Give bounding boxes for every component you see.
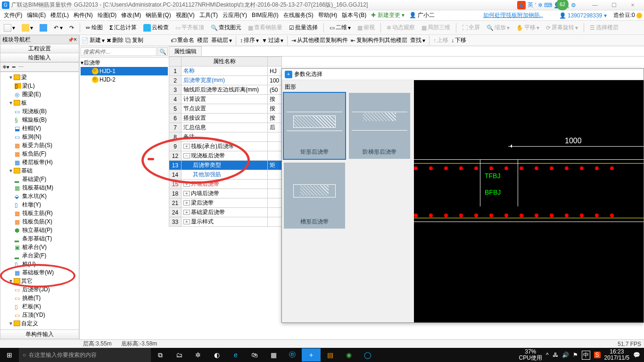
menu-version[interactable]: 版本号(B): [340, 10, 368, 20]
select-layer-button[interactable]: ☰ 选择楼层: [588, 23, 620, 33]
local3d-button[interactable]: ▦ 局部三维: [420, 23, 452, 33]
new-button[interactable]: ▾: [2, 23, 17, 33]
view-mode-combo[interactable]: ▭ 二维 ▾: [328, 23, 353, 33]
close-nav-icon[interactable]: [74, 36, 77, 43]
sort-button[interactable]: ↕排序▾: [240, 36, 259, 44]
windows-taskbar: ⊞ ○ 在这里输入你要搜索的内容 ⧉ 🗂 ✲ ◐ e 🛍 ▦ ⓔ + ▤ ◉ ◯…: [0, 348, 644, 362]
user-label[interactable]: 👤 广小二: [407, 10, 437, 20]
option-rect[interactable]: 矩形后浇带: [284, 93, 345, 159]
preview-viewport[interactable]: 1000 TFBJ BFBJ: [414, 80, 644, 322]
dialog-icon: +: [285, 71, 292, 78]
tray-net-icon[interactable]: 🖧: [553, 352, 558, 358]
tray-sogou-icon[interactable]: S: [594, 352, 601, 358]
base-floor-combo[interactable]: 基础层 ▾: [211, 36, 232, 44]
filter-button[interactable]: ▼过滤▾: [262, 36, 283, 44]
component-tree[interactable]: ▾后浇带 HJD-1 HJD-2: [80, 58, 169, 348]
tray-vol-icon[interactable]: 🔊: [562, 352, 569, 358]
cloudcheck-button[interactable]: 云检查: [141, 23, 171, 33]
menu-component[interactable]: 构件(N): [72, 10, 95, 20]
mid-delete-button[interactable]: ✖删除: [107, 36, 124, 44]
menu-file[interactable]: 文件(F): [2, 10, 24, 20]
redo-button[interactable]: ↷: [67, 24, 76, 32]
draw-button[interactable]: 绘图: [84, 23, 105, 33]
app3-icon[interactable]: ▦: [264, 351, 283, 359]
minimize-button[interactable]: —: [586, 2, 604, 8]
help-link[interactable]: 如何处理筏板附加钢筋..: [483, 11, 543, 19]
option-slot[interactable]: 槽形后浇带: [284, 163, 345, 229]
rotate-button[interactable]: ⟳ 屏幕旋转 ▾: [544, 23, 580, 33]
app5-icon[interactable]: ▤: [321, 351, 339, 359]
close-button[interactable]: ×: [623, 2, 642, 8]
app1-icon[interactable]: ✲: [189, 351, 207, 359]
move-up-button[interactable]: ↑上移: [433, 36, 448, 44]
find-shape-button[interactable]: 🔍 查找图元: [209, 23, 243, 33]
app7-icon[interactable]: ◯: [358, 351, 377, 359]
store-icon[interactable]: 🛍: [245, 351, 264, 359]
app6-icon[interactable]: ◉: [339, 351, 358, 359]
undo-button[interactable]: ↶ ▾: [52, 24, 65, 32]
topview-button[interactable]: ▦ 俯视: [355, 23, 377, 33]
copy-from-button[interactable]: ⇥从其他楼层复制构件: [291, 36, 348, 44]
navtab-2[interactable]: ━: [12, 64, 16, 70]
view-steel-button[interactable]: ▦ 查看钢筋量: [246, 23, 284, 33]
menu-draw[interactable]: 绘图(D): [96, 10, 119, 20]
cpu-meter[interactable]: 37%CPU使用: [519, 349, 542, 361]
app2-icon[interactable]: ◐: [207, 351, 226, 359]
tray-notif-icon[interactable]: 💬: [633, 352, 640, 358]
menu-online[interactable]: 在线服务(S): [281, 10, 315, 20]
tray-clock[interactable]: 16:232017/11/5: [604, 349, 629, 361]
find-button[interactable]: 查找▾: [410, 36, 425, 44]
menu-help[interactable]: 帮助(H): [316, 10, 339, 20]
task-view-icon[interactable]: ⧉: [151, 351, 170, 359]
mid-copy-button[interactable]: ⿻复制: [125, 36, 143, 44]
mid-new-button[interactable]: 📄新建▾: [82, 36, 105, 44]
menu-view[interactable]: 视图(V): [174, 10, 197, 20]
menu-rebar[interactable]: 钢筋量(Q): [144, 10, 173, 20]
menu-tools[interactable]: 工具(T): [198, 10, 220, 20]
menu-floor[interactable]: 楼层(L): [49, 10, 71, 20]
floor-combo[interactable]: 楼层: [197, 36, 208, 44]
category-tree[interactable]: ▾梁 ▯梁(L) ◎圈梁(E) ▾板 ▭现浇板(B) §螺旋板(B) ⬓柱帽(V…: [0, 72, 79, 330]
pan-button[interactable]: ✋ 平移 ▾: [514, 23, 541, 33]
nav-project-settings[interactable]: 工程设置: [0, 44, 79, 53]
nav-draw-input[interactable]: 绘图输入: [0, 53, 79, 62]
cost-label: 造价豆:0: [613, 11, 642, 19]
maximize-button[interactable]: ☐: [604, 2, 623, 8]
menu-cloud[interactable]: 云应用(Y): [221, 10, 249, 20]
open-button[interactable]: ▾: [20, 23, 35, 33]
tray-up-icon[interactable]: ^: [546, 352, 549, 358]
app4-icon[interactable]: +: [302, 348, 321, 362]
start-button[interactable]: ⊞: [0, 351, 19, 359]
property-tab[interactable]: 属性编辑: [169, 46, 202, 56]
zoom-button[interactable]: 🔍 缩放 ▾: [485, 23, 512, 33]
copy-to-button[interactable]: ⇤复制构件到其他楼层: [351, 36, 407, 44]
rename-button[interactable]: 🏷重命名: [171, 36, 194, 44]
navtab-1[interactable]: ⁜▾: [2, 64, 9, 70]
navtab-3[interactable]: ⋯: [18, 64, 24, 70]
ie-icon[interactable]: ⓔ: [283, 351, 302, 359]
option-step[interactable]: 阶梯形后浇带: [349, 93, 410, 159]
menu-bim[interactable]: BIM应用(I): [250, 10, 281, 20]
batch-select-button[interactable]: ☑ 批量选择: [287, 23, 320, 33]
phone-label[interactable]: 👤 13907298339 ▾: [559, 12, 607, 19]
component-search-input[interactable]: [81, 47, 157, 56]
window-title: 广联达BIM钢筋算量软件 GGJ2013 - [C:\Users\Adminis…: [11, 1, 368, 9]
explorer-icon[interactable]: 🗂: [170, 351, 189, 359]
menu-modify[interactable]: 修改(M): [119, 10, 143, 20]
nav-single-input[interactable]: 单构件输入: [0, 329, 79, 339]
dialog-title: 参数化选择: [294, 70, 322, 78]
fullscreen-button[interactable]: ⛶ 全屏: [460, 23, 482, 33]
dynview-button[interactable]: ✲ 动态观察: [385, 23, 417, 33]
search-button[interactable]: 🔍: [157, 47, 168, 56]
sumcalc-button[interactable]: 汇总计算: [107, 23, 138, 33]
edge-icon[interactable]: e: [226, 351, 245, 359]
save-button[interactable]: [38, 23, 49, 33]
new-change-button[interactable]: ✚ 新建变更 ▾: [369, 10, 406, 20]
flat-button[interactable]: ▭ 平齐板顶: [173, 23, 206, 33]
taskbar-search[interactable]: ○ 在这里输入你要搜索的内容: [19, 348, 151, 362]
menu-edit[interactable]: 编辑(E): [25, 10, 48, 20]
move-down-button[interactable]: ↓下移: [451, 36, 466, 44]
tray-flag-icon[interactable]: ⚑: [573, 352, 578, 358]
pin-icon[interactable]: [68, 36, 74, 43]
tray-ime[interactable]: 中: [582, 351, 590, 360]
